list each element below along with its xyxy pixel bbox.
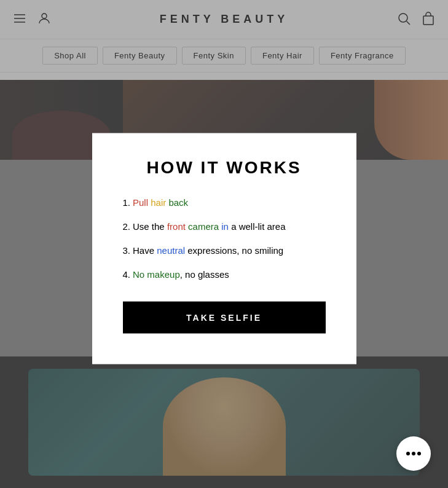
step-4: 4. No makeup, no glasses xyxy=(123,269,326,280)
step-2: 2. Use the front camera in a well-lit ar… xyxy=(123,221,326,232)
step-1: 1. Pull hair back xyxy=(123,197,326,208)
modal-steps-list: 1. Pull hair back 2. Use the front camer… xyxy=(123,197,326,280)
step-4-text: No makeup, no glasses xyxy=(133,269,229,280)
chat-icon xyxy=(406,452,421,455)
step-2-number: 2. xyxy=(123,221,131,232)
chat-dot-1 xyxy=(406,452,410,455)
how-it-works-modal: HOW IT WORKS 1. Pull hair back 2. Use th… xyxy=(92,133,356,364)
step-4-number: 4. xyxy=(123,269,131,280)
step-3-number: 3. xyxy=(123,245,131,256)
step-1-text: Pull hair back xyxy=(133,197,188,208)
step-3: 3. Have neutral expressions, no smiling xyxy=(123,245,326,256)
step-2-text: Use the front camera in a well-lit area xyxy=(133,221,286,232)
chat-dot-3 xyxy=(417,452,421,455)
modal-title: HOW IT WORKS xyxy=(123,158,326,178)
chat-dot-2 xyxy=(412,452,415,455)
take-selfie-button[interactable]: TAKE SELFIE xyxy=(123,302,326,334)
step-1-number: 1. xyxy=(123,197,131,208)
chat-button[interactable] xyxy=(396,436,431,471)
step-3-text: Have neutral expressions, no smiling xyxy=(133,245,283,256)
